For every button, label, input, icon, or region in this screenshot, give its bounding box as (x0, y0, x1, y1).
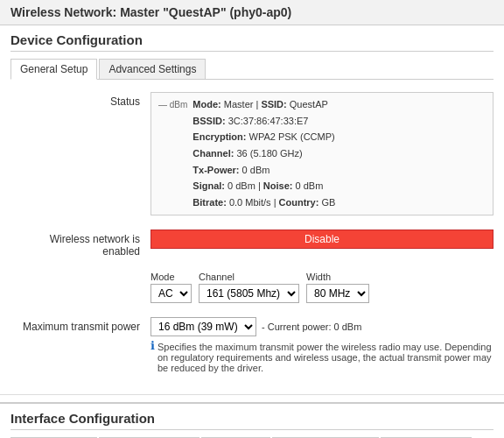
channel-select[interactable]: 161 (5805 Mhz) (199, 284, 299, 303)
col-group-mcw: Mode AC Channel 161 (5805 Mhz) Width 80 … (150, 272, 494, 303)
device-config-title: Device Configuration (10, 32, 494, 52)
width-col-label: Width (306, 272, 369, 282)
page-header: Wireless Network: Master "QuestAP" (phy0… (0, 0, 504, 25)
interface-config-title: Interface Configuration (10, 411, 494, 430)
power-info-block: ℹ Specifies the maximum transmit power t… (150, 339, 494, 373)
status-label: Status (10, 92, 150, 108)
status-text: Mode: Master | SSID: QuestAP BSSID: 3C:3… (192, 96, 335, 211)
channel-col-label: Channel (199, 272, 299, 282)
wireless-enabled-content: Disable (150, 230, 494, 249)
status-row: Status — dBm Mode: Master | SSID: QuestA… (10, 88, 494, 219)
width-select[interactable]: 80 MHz (306, 284, 369, 303)
device-config-section: Device Configuration General Setup Advan… (0, 25, 504, 391)
interface-config-section: Interface Configuration General Setup Wi… (0, 402, 504, 438)
max-power-row: Maximum transmit power 16 dBm (39 mW) - … (10, 314, 494, 377)
power-row: 16 dBm (39 mW) - Current power: 0 dBm (150, 317, 494, 336)
status-box: — dBm Mode: Master | SSID: QuestAP BSSID… (150, 92, 494, 215)
info-icon: ℹ (150, 339, 155, 352)
wireless-enabled-row: Wireless network is enabled Disable (10, 226, 494, 261)
current-power-text: - Current power: 0 dBm (262, 321, 361, 332)
device-config-tabs: General Setup Advanced Settings (10, 59, 494, 80)
mode-select[interactable]: AC (150, 284, 192, 303)
power-select[interactable]: 16 dBm (39 mW) (150, 317, 256, 336)
wireless-enabled-label: Wireless network is enabled (10, 230, 150, 258)
col-channel: Channel 161 (5805 Mhz) (199, 272, 299, 303)
status-signal: — dBm (158, 96, 187, 112)
power-info-text: Specifies the maximum transmit power the… (158, 342, 494, 373)
mode-channel-content: Mode AC Channel 161 (5805 Mhz) Width 80 … (150, 272, 494, 303)
col-mode: Mode AC (150, 272, 192, 303)
tab-advanced-settings[interactable]: Advanced Settings (99, 59, 206, 79)
status-content: — dBm Mode: Master | SSID: QuestAP BSSID… (150, 92, 494, 215)
mode-channel-width-row: Mode AC Channel 161 (5805 Mhz) Width 80 … (10, 268, 494, 307)
max-power-content: 16 dBm (39 mW) - Current power: 0 dBm ℹ … (150, 317, 494, 373)
tab-general-setup[interactable]: General Setup (10, 59, 97, 80)
col-width: Width 80 MHz (306, 272, 369, 303)
mode-channel-spacer (10, 272, 150, 275)
mode-col-label: Mode (150, 272, 192, 282)
page-title: Wireless Network: Master "QuestAP" (phy0… (10, 5, 291, 19)
max-power-label: Maximum transmit power (10, 317, 150, 333)
disable-button[interactable]: Disable (150, 230, 494, 249)
